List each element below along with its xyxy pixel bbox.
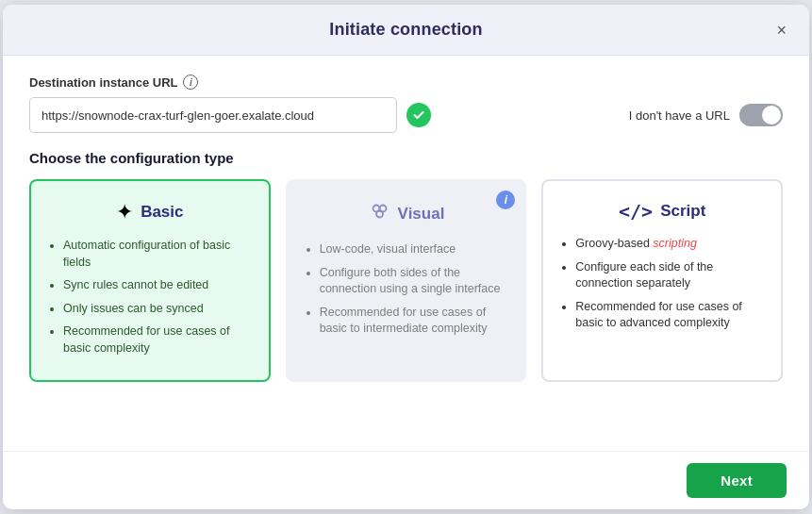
script-bullet-3: Recommended for use cases of basic to ad… [575, 299, 764, 332]
modal-header: Initiate connection × [3, 5, 809, 56]
basic-bullet-3: Only issues can be synced [63, 301, 252, 318]
modal-dialog: Initiate connection × Destination instan… [3, 5, 809, 509]
modal-footer: Next [3, 451, 809, 509]
visual-title: Visual [398, 205, 445, 224]
url-row: I don't have a URL ✕ [29, 97, 783, 133]
visual-info-badge: i [496, 191, 515, 209]
visual-bullet-1: Low-code, visual interface [320, 241, 508, 258]
url-info-icon: i [183, 75, 198, 90]
visual-bullet-2: Configure both sides of the connection u… [320, 265, 508, 298]
close-button[interactable]: × [771, 20, 792, 41]
card-visual-header: Visual [305, 200, 508, 228]
basic-bullets: Automatic configuration of basic fields … [48, 238, 252, 356]
cards-row: ✦ Basic Automatic configuration of basic… [29, 179, 783, 395]
basic-bullet-2: Sync rules cannot be edited [63, 277, 252, 294]
modal-title: Initiate connection [329, 20, 482, 40]
script-title: Script [660, 202, 705, 221]
section-title: Choose the configuration type [29, 150, 783, 166]
basic-bullet-1: Automatic configuration of basic fields [63, 238, 252, 271]
visual-bullet-3: Recommended for use cases of basic to in… [320, 305, 508, 338]
no-url-toggle[interactable]: ✕ [739, 104, 783, 126]
no-url-label: I don't have a URL ✕ [629, 104, 783, 126]
basic-bullet-4: Recommended for use cases of basic compl… [63, 323, 252, 356]
basic-title: Basic [141, 203, 183, 222]
toggle-x-icon: ✕ [771, 109, 779, 122]
next-button[interactable]: Next [687, 463, 787, 498]
check-icon [406, 103, 431, 127]
visual-bullets: Low-code, visual interface Configure bot… [305, 241, 508, 338]
modal-body: Destination instance URL i I don't have … [3, 56, 809, 451]
script-icon: </> [619, 200, 653, 223]
card-script-header: </> Script [560, 200, 764, 223]
svg-point-2 [376, 211, 383, 218]
url-field-label: Destination instance URL i [29, 75, 783, 90]
script-bullets: Groovy-based scripting Configure each si… [560, 236, 764, 332]
script-bullet-1: Groovy-based scripting [575, 236, 764, 253]
basic-icon: ✦ [116, 200, 133, 224]
card-basic[interactable]: ✦ Basic Automatic configuration of basic… [29, 179, 271, 382]
card-visual[interactable]: i Visual Low-code, visual interface Conf… [286, 179, 527, 382]
visual-icon [368, 200, 390, 228]
card-basic-header: ✦ Basic [48, 200, 252, 224]
script-bullet-2: Configure each side of the connection se… [575, 259, 764, 292]
url-input[interactable] [29, 97, 397, 133]
card-script[interactable]: </> Script Groovy-based scripting Config… [541, 179, 783, 382]
